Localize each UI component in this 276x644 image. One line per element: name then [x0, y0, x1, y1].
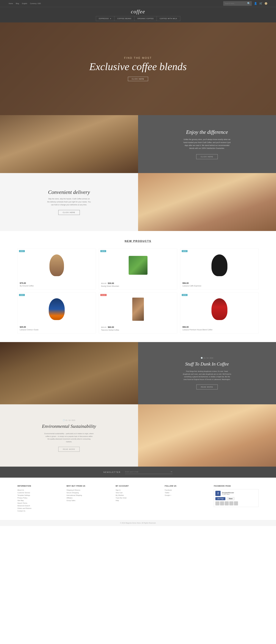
nav-home-link[interactable]: Home: [9, 2, 13, 4]
footer-link-contact[interactable]: Contact Us: [17, 510, 62, 512]
footer-link-facebook[interactable]: Facebook: [165, 489, 210, 491]
footer-link-about[interactable]: About Us: [17, 489, 62, 491]
product-image-2: [182, 251, 256, 280]
footer-link-track[interactable]: Track My Order: [116, 497, 160, 499]
footer-link-help[interactable]: Help: [116, 500, 160, 501]
product-image-4: [101, 295, 175, 324]
product-shape-4: [132, 298, 144, 321]
newsletter-email-input[interactable]: [125, 471, 169, 473]
nav-blog-link[interactable]: Blog: [16, 2, 19, 4]
footer-information-col: INFORMATION About Us Customer Service Te…: [17, 485, 62, 513]
blog2-image: [138, 404, 276, 466]
product-shape-2: [211, 254, 227, 276]
footer-link-google[interactable]: Google +: [165, 494, 210, 496]
search-input[interactable]: [225, 2, 246, 4]
clock-icon: 🕐: [201, 357, 203, 359]
footer-link-wishlist[interactable]: My Wishlist: [116, 494, 160, 496]
product-card-5[interactable]: NEW $56.00 Lavazza Premium House Blend C…: [180, 292, 259, 333]
footer-link-affiliates[interactable]: Affiliates: [67, 497, 111, 499]
blog1-read-more-button[interactable]: READ MORE: [196, 384, 218, 390]
footer-link-customer-service[interactable]: Customer Service: [17, 492, 62, 494]
newsletter-submit-arrow[interactable]: →: [170, 470, 173, 473]
delivery-section: Convenient delivery Skip the store, skip…: [0, 173, 276, 231]
product-card-2[interactable]: NEW $56.00 Lavazza Caffe Espresso: [180, 248, 259, 290]
hero-cta-button[interactable]: CLICK HERE: [128, 77, 148, 81]
user-icon[interactable]: 👤: [254, 2, 257, 5]
delivery-text: Convenient delivery Skip the store, skip…: [0, 173, 138, 231]
enjoy-cta-button[interactable]: CLICK HERE: [196, 154, 218, 159]
enjoy-section: Enjoy the difference Unlike the grocery …: [0, 115, 276, 173]
product-image-3: [20, 295, 94, 324]
blog1-description: First things first: dunking doughnuts is…: [182, 370, 232, 381]
blog2-read-more-button[interactable]: READ MORE: [58, 447, 80, 452]
product-badge-1: NEW: [100, 250, 106, 252]
footer-link-group-sales[interactable]: Group Sales: [67, 500, 111, 501]
search-icon[interactable]: 🔍: [247, 2, 250, 5]
footer-link-secure[interactable]: Secure Shopping: [67, 492, 111, 494]
fb-logo: f TemplateMonster 75,461 likes: [215, 491, 257, 496]
delivery-coffee-image: [138, 173, 276, 231]
blog1-text: 🕐 01 / 10 / 2015 Stuff To Dunk In Coffee…: [138, 342, 276, 404]
footer-link-search-terms[interactable]: Search Terms: [17, 502, 62, 504]
delivery-title: Convenient delivery: [48, 189, 90, 195]
footer-link-sitemap[interactable]: Site Map: [17, 500, 62, 501]
product-shape-0: [49, 254, 64, 276]
cart-icon[interactable]: 🛒: [259, 2, 262, 5]
footer-link-shipping[interactable]: Shipping & Returns: [67, 489, 111, 491]
nav-item-espresso[interactable]: ESPRESSO ▼: [96, 16, 114, 21]
blog1-image: [0, 342, 138, 404]
products-title: NEW PRODUCTS: [17, 240, 259, 243]
delivery-cta-button[interactable]: CLICK HERE: [58, 210, 80, 215]
footer-link-orders-returns[interactable]: Orders and Returns: [17, 508, 62, 509]
nav-item-coffee-beans[interactable]: COFFEE BEANS: [114, 16, 134, 21]
blog2-section: 🕐 01 / 10 / 2015 Environmental Sustainab…: [0, 404, 276, 466]
product-price-4: $60.00: [108, 326, 114, 328]
product-card-4[interactable]: SALE $63.00 $60.00 Teeccino Herbal Coffe…: [99, 292, 177, 333]
blog1-title: Stuff To Dunk In Coffee: [185, 361, 229, 367]
chevron-down-icon: ▼: [110, 18, 111, 20]
fb-share-button[interactable]: Share: [227, 497, 234, 500]
product-badge-4: SALE: [100, 294, 107, 296]
footer-link-international[interactable]: International Shipping: [67, 494, 111, 496]
fb-avatar-1: [215, 501, 219, 506]
footer-link-twitter[interactable]: Twitter: [165, 492, 210, 494]
nav-item-coffee-with-milk[interactable]: COFFEE WITH MILK: [157, 16, 180, 21]
product-card-3[interactable]: NEW $25.00 Lavazza Crema e Gusto: [17, 292, 96, 333]
footer-link-privacy[interactable]: Privacy Policy: [17, 497, 62, 499]
product-card-0[interactable]: NEW $75.00 illy Ground Coffee: [17, 248, 96, 290]
blog1-date: 🕐 01 / 10 / 2015: [201, 357, 213, 359]
fb-like-button[interactable]: Like Page: [215, 497, 225, 500]
footer-link-template-settings[interactable]: Template Settings: [17, 494, 62, 496]
footer-link-cart[interactable]: View Cart: [116, 492, 160, 494]
nav-language-link[interactable]: English: [22, 2, 27, 4]
product-name-3: Lavazza Crema e Gusto: [20, 329, 94, 331]
product-badge-0: NEW: [19, 250, 25, 252]
footer-link-signin[interactable]: Sign In: [116, 489, 160, 491]
delivery-description: Skip the store, skip the hassle. Craft C…: [47, 198, 91, 206]
products-section: NEW PRODUCTS NEW $75.00 illy Ground Coff…: [0, 231, 276, 342]
product-price-2: $56.00: [182, 282, 256, 284]
footer-link-advanced-search[interactable]: Advanced Search: [17, 505, 62, 506]
footer-follow-col: FOLLOW US Facebook Twitter Google +: [165, 485, 210, 513]
blog2-description: Environmental sustainability – particula…: [44, 432, 94, 443]
footer-why-title: WHY BUY FROM US: [67, 485, 111, 487]
product-price-3: $25.00: [20, 326, 94, 328]
footer-why-col: WHY BUY FROM US Shipping & Returns Secur…: [67, 485, 111, 513]
footer: INFORMATION About Us Customer Service Te…: [0, 478, 276, 520]
product-name-5: Lavazza Premium House Blend Coffee: [182, 329, 256, 331]
product-old-price-4: $63.00: [101, 326, 106, 328]
footer-account-title: MY ACCOUNT: [116, 485, 160, 487]
search-bar[interactable]: 🔍: [223, 1, 252, 6]
hero-section: FIND THE MOST Exclusive coffee blends CL…: [0, 22, 276, 115]
fb-page-name: TemplateMonster: [222, 492, 234, 494]
logo[interactable]: coffee: [131, 8, 145, 15]
newsletter-label: NEWSLETTER: [103, 471, 121, 473]
fb-avatar-2: [220, 501, 224, 506]
cafe-crowd-scene: [0, 342, 138, 404]
hero-content: FIND THE MOST Exclusive coffee blends CL…: [89, 56, 187, 81]
nav-item-organic-coffee[interactable]: ORGANIC COFFEE: [134, 16, 157, 21]
product-price-old-1: $31.00 $30.00: [101, 282, 175, 284]
product-card-1[interactable]: NEW $31.00 $30.00 Keurig Green Mountain: [99, 248, 177, 290]
nav-currency-link[interactable]: Currency: USD: [30, 2, 41, 4]
product-badge-2: NEW: [182, 250, 188, 252]
